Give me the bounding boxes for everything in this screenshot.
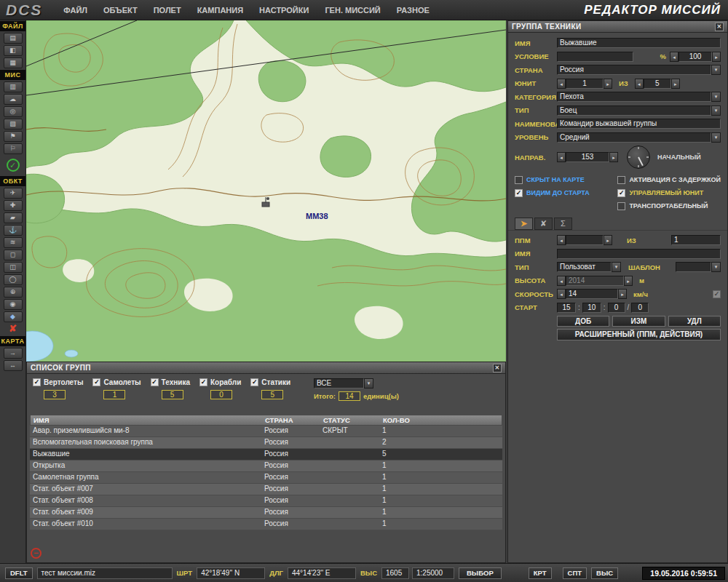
chevron-down-icon[interactable] bbox=[711, 65, 721, 75]
weather-icon[interactable]: ☁ bbox=[4, 94, 23, 105]
ppm-spinner[interactable] bbox=[557, 235, 612, 245]
zone-icon[interactable]: ◯ bbox=[4, 274, 23, 285]
map-layer-button[interactable]: КРТ bbox=[529, 567, 552, 579]
select-mode-button[interactable]: ВЫБОР bbox=[459, 567, 502, 579]
group-name-input[interactable]: Выжавшие bbox=[557, 38, 721, 48]
wp-name-input[interactable] bbox=[557, 249, 721, 259]
start-minutes-input[interactable]: 10 bbox=[582, 303, 601, 313]
coalition-filter-dropdown[interactable]: ВСЕ bbox=[314, 378, 373, 388]
start-seconds-input[interactable]: 0 bbox=[608, 303, 625, 313]
chevron-down-icon[interactable] bbox=[711, 132, 721, 143]
tab-payload[interactable]: ✘ bbox=[534, 218, 553, 230]
spinner-right-icon[interactable] bbox=[604, 79, 612, 89]
farp-icon[interactable]: ⊕ bbox=[4, 287, 23, 298]
drawing-icon[interactable]: ◆ bbox=[4, 311, 23, 322]
new-mission-icon[interactable]: ▤ bbox=[4, 33, 23, 44]
close-icon[interactable] bbox=[493, 364, 502, 372]
table-row[interactable]: ВыжавшиеРоссия5 bbox=[30, 449, 502, 461]
mission-goals-icon[interactable]: ◎ bbox=[4, 106, 23, 117]
start-day-input[interactable]: 0 bbox=[631, 303, 649, 313]
menu-item[interactable]: ПОЛЕТ bbox=[146, 0, 189, 20]
filter-checkbox[interactable] bbox=[151, 378, 159, 386]
helicopter-icon[interactable]: ✚ bbox=[4, 200, 23, 211]
spinner-left-icon[interactable] bbox=[557, 79, 566, 89]
spinner-left-icon[interactable] bbox=[670, 52, 678, 62]
route-tool-icon[interactable]: → bbox=[4, 348, 23, 359]
fly-mission-icon[interactable]: ✓ bbox=[7, 159, 20, 172]
chevron-down-icon[interactable] bbox=[612, 262, 621, 272]
table-row[interactable]: Самолетная группаРоссия1 bbox=[30, 472, 502, 484]
unit-total-spinner[interactable]: 5 bbox=[635, 79, 680, 89]
theme-button[interactable]: DFLT bbox=[5, 567, 33, 579]
table-row[interactable]: Стат. объект #010Россия1 bbox=[30, 519, 502, 530]
table-row[interactable]: Стат. объект #009Россия1 bbox=[30, 507, 502, 519]
advanced-actions-button[interactable]: РАСШИРЕННЫЙ (ППМ, ДЕЙСТВИЯ) bbox=[557, 329, 721, 340]
filter-checkbox[interactable] bbox=[199, 378, 207, 386]
checkbox[interactable] bbox=[515, 176, 523, 184]
terrain-map[interactable]: ММ38 bbox=[26, 20, 506, 362]
chevron-down-icon[interactable] bbox=[711, 105, 721, 116]
chevron-down-icon[interactable] bbox=[711, 92, 721, 102]
heading-spinner[interactable]: 153 bbox=[557, 152, 618, 162]
menu-item[interactable]: НАСТРОЙКИ bbox=[251, 0, 317, 20]
template-dropdown[interactable] bbox=[676, 262, 721, 272]
spinner-left-icon[interactable] bbox=[635, 79, 644, 89]
group-panel-titlebar[interactable]: ГРУППА ТЕХНИКИ bbox=[508, 21, 727, 33]
checkbox[interactable] bbox=[617, 202, 625, 210]
group-list-titlebar[interactable]: СПИСОК ГРУПП bbox=[27, 362, 505, 374]
table-row[interactable]: Авар. приземлившийся ми-8РоссияСКРЫТ1 bbox=[30, 426, 502, 437]
tab-route[interactable]: ➤ bbox=[515, 218, 533, 230]
ship-group-icon[interactable]: ≋ bbox=[4, 237, 23, 248]
save-mission-icon[interactable]: ▦ bbox=[4, 57, 23, 68]
skill-dropdown[interactable]: Средний bbox=[557, 132, 721, 143]
satellite-layer-button[interactable]: СПТ bbox=[563, 567, 587, 579]
template-icon[interactable]: ◫ bbox=[4, 262, 23, 273]
table-row[interactable]: Стат. объект #007Россия1 bbox=[30, 484, 502, 495]
menu-item[interactable]: ОБЪЕКТ bbox=[95, 0, 146, 20]
altitude-layer-button[interactable]: ВЫС bbox=[591, 567, 618, 579]
menu-item[interactable]: ГЕН. МИССИЙ bbox=[317, 0, 388, 20]
altitude-spinner[interactable]: 2014 bbox=[557, 276, 633, 286]
tab-summary[interactable]: Σ bbox=[554, 218, 572, 230]
chevron-down-icon[interactable] bbox=[364, 378, 373, 388]
unit-name-input[interactable]: Командир выжавшей группы bbox=[557, 119, 721, 129]
collapse-panel-icon[interactable] bbox=[31, 548, 41, 559]
checkbox[interactable] bbox=[617, 189, 625, 197]
country-dropdown[interactable]: Россия bbox=[557, 65, 721, 75]
add-waypoint-button[interactable]: ДОБ bbox=[557, 316, 609, 327]
spinner-right-icon[interactable] bbox=[712, 52, 721, 62]
spinner-right-icon[interactable] bbox=[609, 152, 618, 162]
wp-type-dropdown[interactable]: Пользоват bbox=[557, 262, 621, 272]
filter-checkbox[interactable] bbox=[250, 378, 258, 386]
map-scale[interactable]: 1:25000 bbox=[412, 567, 454, 579]
blue-flag-icon[interactable]: ⚑ bbox=[4, 131, 23, 142]
red-flag-icon[interactable]: ⚐ bbox=[4, 143, 23, 154]
static-object-icon[interactable]: ◻ bbox=[4, 250, 23, 260]
ship-icon[interactable]: ⚓ bbox=[4, 225, 23, 236]
menu-item[interactable]: РАЗНОЕ bbox=[389, 0, 438, 20]
spinner-right-icon[interactable] bbox=[604, 235, 612, 245]
bullseye-icon[interactable]: ◉ bbox=[4, 299, 23, 310]
checkbox[interactable] bbox=[515, 189, 523, 197]
edit-waypoint-button[interactable]: ИЗМ bbox=[612, 316, 665, 327]
spinner-right-icon[interactable] bbox=[624, 276, 633, 286]
speed-lock-checkbox[interactable] bbox=[713, 290, 721, 298]
table-row[interactable]: ОткрыткаРоссия1 bbox=[30, 461, 502, 472]
delete-object-icon[interactable]: ✘ bbox=[4, 324, 23, 335]
type-dropdown[interactable]: Боец bbox=[557, 105, 721, 116]
close-icon[interactable] bbox=[715, 23, 724, 31]
open-mission-icon[interactable]: ◧ bbox=[4, 45, 23, 56]
spinner-left-icon[interactable] bbox=[557, 289, 566, 299]
speed-spinner[interactable]: 14 bbox=[557, 289, 627, 299]
delete-waypoint-button[interactable]: УДЛ bbox=[668, 316, 721, 327]
probability-spinner[interactable]: 100 bbox=[670, 52, 721, 62]
map-area[interactable]: ММ38 bbox=[26, 20, 506, 362]
briefing-icon[interactable]: ▥ bbox=[4, 81, 23, 92]
heading-compass[interactable] bbox=[627, 146, 650, 169]
chevron-down-icon[interactable] bbox=[711, 262, 721, 272]
start-hours-input[interactable]: 15 bbox=[557, 303, 576, 313]
spinner-left-icon[interactable] bbox=[557, 152, 566, 162]
table-row[interactable]: Вспомогательная поисковая группаРоссия2 bbox=[30, 437, 502, 449]
airplane-icon[interactable]: ✈ bbox=[4, 188, 23, 199]
vehicle-icon[interactable]: ▰ bbox=[4, 212, 23, 223]
